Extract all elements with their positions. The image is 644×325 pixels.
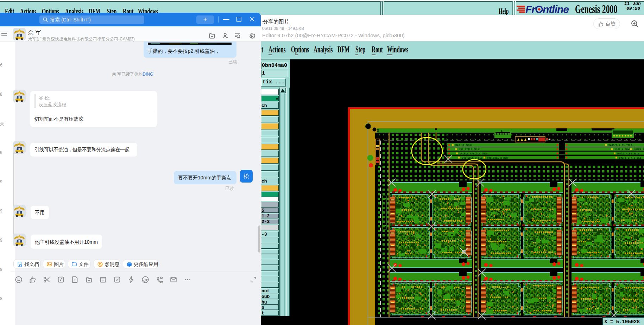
- svg-text:U48 C8LL 8 8L8: U48 C8LL 8 8L8: [487, 157, 508, 159]
- svg-text:L: L: [501, 130, 503, 132]
- svg-text:Fr: Fr: [525, 4, 536, 15]
- svg-text:U43 C8LL U 8L8: U43 C8LL U 8L8: [462, 157, 482, 159]
- svg-text:U43 11.8WLC: U43 11.8WLC: [455, 144, 472, 147]
- svg-text:D44.8 4.5K 38L8: D44.8 4.5K 38L8: [617, 152, 639, 155]
- svg-text:U43 1-2 4.5 8L8: U43 1-2 4.5 8L8: [619, 157, 641, 159]
- svg-text:U4L5L8 h78L7L8 DhL8: U4L5L8 h78L7L8 DhL8: [460, 152, 488, 155]
- svg-text:1162 4.8DWL: 1162 4.8DWL: [614, 148, 631, 151]
- svg-text:ntline: ntline: [543, 4, 569, 15]
- svg-text:U435/6 4.81 T8L8: U435/6 4.81 T8L8: [608, 144, 632, 147]
- svg-text:U92 6ITL8 DR.8: U92 6ITL8 DR.8: [459, 148, 480, 151]
- svg-text:U62F4.8 CH.8: U62F4.8 CH.8: [634, 148, 644, 151]
